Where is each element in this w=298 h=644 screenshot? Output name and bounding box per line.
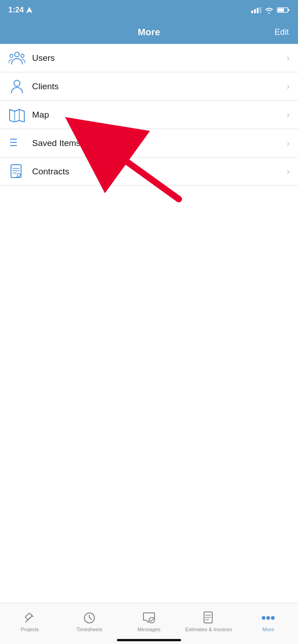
users-chevron: › bbox=[287, 53, 290, 63]
tab-messages-label: Messages bbox=[138, 627, 160, 632]
nav-title: More bbox=[138, 27, 160, 38]
svg-point-9 bbox=[21, 54, 24, 57]
svg-point-18 bbox=[10, 145, 11, 146]
nav-bar: More Edit bbox=[0, 20, 298, 44]
menu-item-map[interactable]: Map › bbox=[0, 101, 298, 129]
status-icons bbox=[251, 7, 290, 14]
svg-rect-6 bbox=[278, 9, 284, 12]
status-time-area: 1:24 bbox=[8, 5, 33, 15]
tab-estimates[interactable]: Estimates & Invoices bbox=[179, 603, 238, 644]
clients-icon bbox=[8, 78, 26, 95]
svg-rect-25 bbox=[25, 613, 33, 620]
svg-rect-19 bbox=[11, 165, 21, 178]
clock-icon bbox=[83, 611, 96, 625]
status-time: 1:24 bbox=[8, 5, 24, 15]
tab-projects-label: Projects bbox=[21, 627, 39, 632]
tab-messages[interactable]: Messages bbox=[119, 603, 179, 644]
tab-bar: Projects Timesheets Messages bbox=[0, 603, 298, 644]
edit-button[interactable]: Edit bbox=[275, 27, 289, 37]
svg-rect-0 bbox=[251, 11, 253, 13]
clients-chevron: › bbox=[287, 81, 290, 92]
map-chevron: › bbox=[287, 109, 290, 120]
svg-line-28 bbox=[89, 618, 92, 619]
tab-more-label: More bbox=[262, 627, 274, 632]
map-icon bbox=[8, 106, 26, 124]
users-label: Users bbox=[32, 53, 287, 63]
contracts-label: Contracts bbox=[32, 167, 287, 177]
tab-projects[interactable]: Projects bbox=[0, 603, 60, 644]
svg-rect-3 bbox=[259, 7, 261, 13]
users-icon bbox=[8, 49, 26, 67]
menu-item-users[interactable]: Users › bbox=[0, 44, 298, 72]
battery-icon bbox=[277, 7, 290, 13]
tab-timesheets-label: Timesheets bbox=[77, 627, 102, 632]
saved-items-label: Saved Items bbox=[32, 138, 287, 148]
menu-list: Users › Clients › Map › bbox=[0, 44, 298, 186]
saved-items-icon bbox=[8, 135, 26, 152]
hammer-icon bbox=[23, 611, 37, 625]
location-icon bbox=[26, 7, 33, 13]
wifi-icon bbox=[265, 7, 274, 14]
tab-timesheets[interactable]: Timesheets bbox=[60, 603, 119, 644]
document-icon bbox=[202, 611, 215, 625]
menu-item-clients[interactable]: Clients › bbox=[0, 72, 298, 101]
tab-more[interactable]: More bbox=[238, 603, 298, 644]
chat-icon bbox=[142, 611, 156, 625]
status-bar: 1:24 bbox=[0, 0, 298, 20]
svg-point-7 bbox=[15, 52, 19, 57]
menu-item-contracts[interactable]: Contracts › bbox=[0, 157, 298, 186]
svg-rect-1 bbox=[254, 9, 256, 13]
svg-point-16 bbox=[10, 138, 11, 140]
svg-point-35 bbox=[266, 616, 270, 620]
svg-rect-2 bbox=[257, 8, 259, 13]
svg-point-10 bbox=[14, 80, 20, 86]
more-icon bbox=[261, 611, 275, 625]
svg-rect-5 bbox=[288, 9, 289, 11]
svg-point-17 bbox=[10, 141, 11, 143]
clients-label: Clients bbox=[32, 81, 287, 92]
svg-point-36 bbox=[271, 616, 275, 620]
saved-items-chevron: › bbox=[287, 138, 290, 148]
svg-point-8 bbox=[10, 54, 13, 57]
svg-point-34 bbox=[262, 616, 265, 620]
map-label: Map bbox=[32, 110, 287, 120]
signal-icon bbox=[251, 7, 261, 13]
contracts-icon bbox=[8, 163, 26, 180]
tab-estimates-label: Estimates & Invoices bbox=[185, 627, 232, 632]
home-indicator bbox=[117, 639, 181, 641]
menu-item-saved-items[interactable]: Saved Items › bbox=[0, 129, 298, 157]
contracts-chevron: › bbox=[287, 166, 290, 177]
